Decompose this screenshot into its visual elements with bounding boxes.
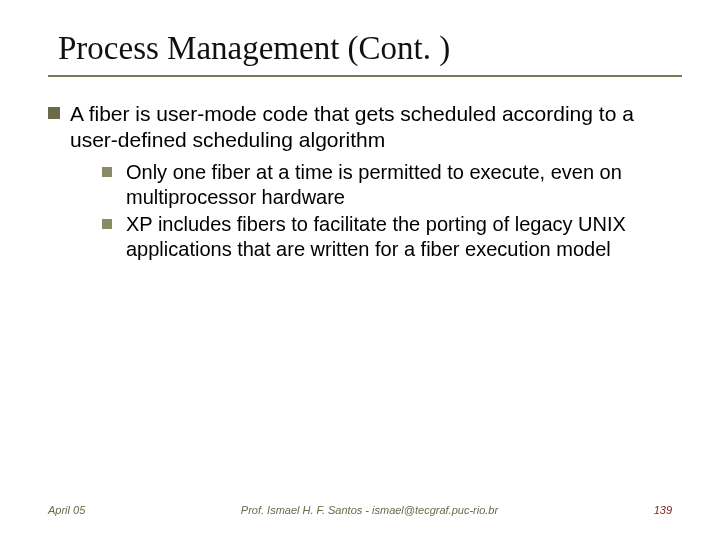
- square-bullet-icon: [102, 167, 112, 177]
- footer-date: April 05: [48, 504, 85, 516]
- footer-author: Prof. Ismael H. F. Santos - ismael@tecgr…: [85, 504, 653, 516]
- sub-bullet-row: XP includes fibers to facilitate the por…: [102, 212, 672, 262]
- main-bullet-row: A fiber is user-mode code that gets sche…: [48, 101, 672, 154]
- main-bullet-text: A fiber is user-mode code that gets sche…: [70, 101, 672, 154]
- title-underline: [48, 75, 682, 77]
- sub-bullet-text: XP includes fibers to facilitate the por…: [126, 212, 672, 262]
- sub-bullet-text: Only one fiber at a time is permitted to…: [126, 160, 672, 210]
- square-bullet-icon: [102, 219, 112, 229]
- slide-title: Process Management (Cont. ): [48, 30, 672, 67]
- square-bullet-icon: [48, 107, 60, 119]
- sub-bullet-row: Only one fiber at a time is permitted to…: [102, 160, 672, 210]
- footer-page-number: 139: [654, 504, 672, 516]
- slide-footer: April 05 Prof. Ismael H. F. Santos - ism…: [48, 504, 672, 516]
- sub-bullet-list: Only one fiber at a time is permitted to…: [102, 160, 672, 262]
